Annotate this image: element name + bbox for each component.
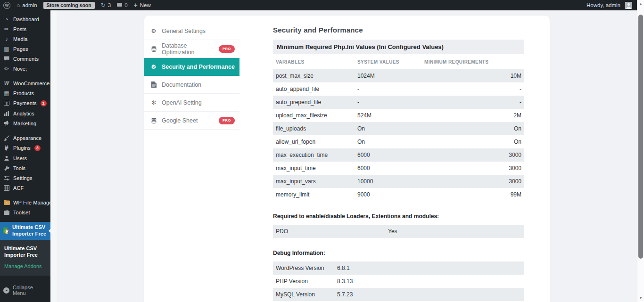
box-icon: ▦ [3,90,10,96]
sidebar-item-acf[interactable]: ACF [0,183,50,193]
site-name-menu[interactable]: ⌂admin [17,2,37,8]
loaders-label: Required to enable/disable Loaders, Exte… [273,213,524,220]
column-header-minimum-requirements: MINIMUM REQUIREMENTS [421,54,524,69]
database-icon [150,46,157,52]
pin-icon: ✏ [3,66,10,72]
home-icon: ⌂ [17,2,20,8]
sidebar-item-label: ACF [13,185,24,191]
comments-menu[interactable]: 0 [117,2,127,8]
table-row: file_uploadsOnOn [273,122,524,135]
tab-database-optimization[interactable]: Database OptimizationPRO [144,40,239,58]
scrollbar-thumb[interactable] [638,15,643,259]
table-row: max_input_time60003000 [273,162,524,175]
sidebar-item-dashboard[interactable]: ◔Dashboard [0,14,50,24]
system-value-cell: 6000 [355,162,421,175]
sidebar-item-tools[interactable]: Tools [0,163,50,173]
bars-icon [3,111,10,116]
grid-icon [3,185,10,191]
minimum-requirement-cell: 3000 [421,148,524,162]
variable-cell: auto_append_file [273,82,355,96]
submenu-item-manage-addons[interactable]: Manage Addons [4,261,48,271]
plugin-settings-card: ⚙General SettingsDatabase OptimizationPR… [144,16,550,302]
sidebar-item-plugins[interactable]: Plugins3 [0,143,50,153]
page-title: Security and Performance [273,26,524,34]
pro-badge: PRO [219,45,235,53]
sidebar-item-label: Ultimate CSV Importer Free [12,224,49,237]
variable-cell: max_execution_time [273,148,355,162]
sidebar-item-label: Appearance [13,135,41,141]
settings-content: Security and Performance Minimum Require… [273,16,524,302]
minimum-requirement-cell: 99M [421,188,524,201]
minimum-requirement-cell: On [421,135,524,148]
table-row: memory_limit900099M [273,188,524,201]
account-menu[interactable]: Howdy, admin [586,2,632,9]
system-value-cell: 9000 [355,188,421,201]
update-count: 3 [108,2,111,8]
sidebar-item-posts[interactable]: ✏Posts [0,24,50,34]
loaders-table: PDOYes [273,225,524,238]
value-cell: 6.8.1 [337,265,350,271]
person-icon [3,155,10,161]
sidebar-item-users[interactable]: Users [0,153,50,163]
sidebar-item-label: Dashboard [13,16,39,22]
variable-cell: max_input_vars [273,175,355,188]
table-row: MySQL Version5.7.23 [273,288,524,301]
value-cell: Yes [388,228,397,235]
sidebar-item-label: Comments [13,56,39,62]
tab-general-settings[interactable]: ⚙General Settings [144,22,239,40]
sidebar-item-pages[interactable]: ▤Pages [0,44,50,54]
sidebar-item-label: Marketing [13,121,36,126]
count-badge: 3 [34,145,41,151]
submenu-item-ultimate-csv-importer-free[interactable]: Ultimate CSV Importer Free [4,244,48,260]
sidebar: ◔Dashboard✏Posts♪Media▤PagesComments✏Nov… [0,10,50,302]
value-cell: 8.3.13 [337,278,353,285]
tab-documentation[interactable]: Documentation [144,76,239,94]
table-row: PHP Version8.3.13 [273,275,524,288]
admin-bar: W ⌂admin Store coming soon ↻3 0 +New How… [0,0,637,10]
wordpress-icon: W [3,2,10,9]
tab-google-sheet[interactable]: Google SheetPRO [144,112,239,130]
tab-security-and-performance[interactable]: ⚙Security and Performance [144,58,239,76]
sidebar-item-analytics[interactable]: Analytics [0,108,50,118]
minimum-requirement-cell: - [421,96,524,109]
sidebar-item-products[interactable]: ▦Products [0,88,50,98]
collapse-menu-button[interactable]: ◂ Collapse Menu [0,282,50,298]
sidebar-item-ultimate-csv-importer-free[interactable]: Ultimate CSV Importer Free [0,222,50,240]
database-icon [150,118,157,123]
site-name: admin [22,2,37,8]
settings-tabs: ⚙General SettingsDatabase OptimizationPR… [144,22,239,130]
openai-icon: ✻ [150,100,157,106]
briefcase-icon [3,210,10,215]
svg-text:$: $ [6,101,8,106]
sidebar-item-nove[interactable]: ✏Nove; [0,64,50,73]
sidebar-item-appearance[interactable]: Appearance [0,133,50,143]
scroll-up-arrow[interactable]: ▲ [637,2,644,6]
value-cell: 5.7.23 [337,291,353,298]
sidebar-item-woocommerce[interactable]: WWooCommerce [0,78,50,88]
sidebar-item-payments[interactable]: $Payments1 [0,98,50,108]
bubble-icon [3,56,10,61]
table-row: auto_append_file-- [273,82,524,96]
tab-openai-setting[interactable]: ✻OpenAI Setting [144,94,239,112]
variable-cell: file_uploads [273,122,355,135]
column-header-variables: VARIABLES [273,54,355,69]
updates-menu[interactable]: ↻3 [101,2,111,8]
table-row: upload_max_filesize524M2M [273,109,524,122]
comment-count: 0 [124,2,127,8]
sidebar-item-media[interactable]: ♪Media [0,34,50,44]
new-content-menu[interactable]: +New [134,2,151,8]
wp-logo-menu[interactable]: W [3,2,10,9]
sidebar-item-comments[interactable]: Comments [0,54,50,64]
sidebar-item-settings[interactable]: Settings [0,173,50,183]
sidebar-item-toolset[interactable]: Toolset [0,207,50,217]
php-ini-rows: post_max_size1024M10Mauto_append_file--a… [273,69,524,201]
comment-icon [117,3,122,7]
scroll-down-arrow[interactable]: ▼ [637,296,644,300]
sidebar-item-marketing[interactable]: Marketing [0,118,50,128]
system-value-cell: 524M [355,109,421,122]
debug-table: WordPress Version6.8.1PHP Version8.3.13M… [273,261,524,302]
admin-bar-right: Howdy, admin [586,2,632,9]
csv-importer-logo-icon [3,227,9,234]
scrollbar[interactable]: ▲ ▼ [637,0,644,302]
sidebar-item-wp-file-manager[interactable]: wWP File Manager [0,197,50,207]
